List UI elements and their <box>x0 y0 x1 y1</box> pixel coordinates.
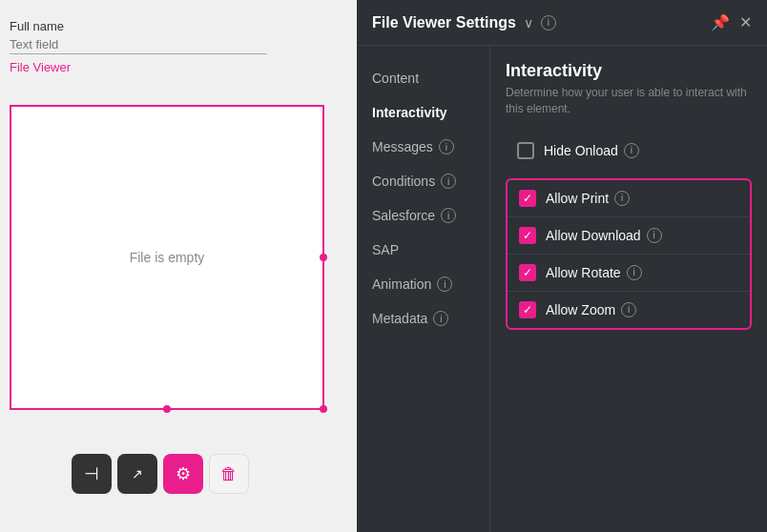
external-link-button[interactable]: ↗ <box>117 454 157 494</box>
resize-handle-bottom[interactable] <box>163 405 171 413</box>
allow-rotate-checkbox[interactable]: ✓ <box>519 264 536 281</box>
element-toolbar: ⊣ ↗ ⚙ 🗑 <box>72 454 249 494</box>
hide-onload-row: Hide Onload i <box>506 133 752 169</box>
section-title: Interactivity <box>506 61 752 81</box>
allow-rotate-label: Allow Rotate <box>546 265 621 280</box>
canvas-area: Full name File Viewer File is empty ⊣ ↗ … <box>0 0 353 532</box>
file-viewer-label[interactable]: File Viewer <box>10 60 334 74</box>
resize-handle-corner[interactable] <box>320 405 327 413</box>
allow-zoom-row: ✓ Allow Zoom i <box>508 291 750 328</box>
panel-content: Interactivity Determine how your user is… <box>490 46 767 532</box>
allow-download-row: ✓ Allow Download i <box>508 216 750 254</box>
file-empty-text: File is empty <box>130 250 205 265</box>
nav-item-salesforce[interactable]: Salesforce i <box>357 198 489 233</box>
delete-button[interactable]: 🗑 <box>209 454 249 494</box>
close-icon[interactable]: ✕ <box>739 13 752 31</box>
section-desc: Determine how your user is able to inter… <box>506 85 752 117</box>
allow-download-label: Allow Download <box>546 228 641 243</box>
panel-header: File Viewer Settings ∨ i 📌 ✕ <box>357 0 767 46</box>
text-field-input[interactable] <box>10 35 267 54</box>
gear-icon: ⚙ <box>176 463 191 484</box>
panel-info-icon[interactable]: i <box>541 15 556 31</box>
nav-item-sap[interactable]: SAP <box>357 233 489 267</box>
allow-zoom-checkbox[interactable]: ✓ <box>519 301 536 318</box>
panel-header-actions: 📌 ✕ <box>711 13 752 31</box>
messages-info-icon[interactable]: i <box>439 139 454 154</box>
allow-print-label: Allow Print <box>546 191 609 206</box>
trash-icon: 🗑 <box>220 464 238 484</box>
collapse-button[interactable]: ⊣ <box>72 454 112 494</box>
allow-zoom-label: Allow Zoom <box>546 302 615 317</box>
pin-icon[interactable]: 📌 <box>711 13 730 31</box>
nav-item-animation[interactable]: Animation i <box>357 267 489 301</box>
metadata-info-icon[interactable]: i <box>433 311 448 326</box>
nav-item-interactivity[interactable]: Interactivity <box>357 95 489 130</box>
field-label: Full name <box>10 19 334 33</box>
panel-nav: Content Interactivity Messages i Conditi… <box>357 46 490 532</box>
allow-zoom-info-icon[interactable]: i <box>621 302 636 317</box>
settings-panel: File Viewer Settings ∨ i 📌 ✕ Content Int… <box>357 0 767 532</box>
hide-onload-checkbox[interactable] <box>517 142 534 159</box>
salesforce-info-icon[interactable]: i <box>441 208 456 223</box>
animation-info-icon[interactable]: i <box>437 276 452 292</box>
allow-print-info-icon[interactable]: i <box>614 191 630 206</box>
nav-item-metadata[interactable]: Metadata i <box>357 301 489 336</box>
external-link-icon: ↗ <box>132 466 143 481</box>
collapse-icon: ⊣ <box>84 463 99 484</box>
nav-item-messages[interactable]: Messages i <box>357 130 489 164</box>
conditions-info-icon[interactable]: i <box>441 174 456 189</box>
allow-download-info-icon[interactable]: i <box>647 228 662 243</box>
nav-item-content[interactable]: Content <box>357 61 489 95</box>
resize-handle-right[interactable] <box>320 254 327 261</box>
panel-body: Content Interactivity Messages i Conditi… <box>357 46 767 532</box>
chevron-down-icon[interactable]: ∨ <box>524 15 533 31</box>
hide-onload-label: Hide Onload <box>544 143 618 158</box>
allow-rotate-row: ✓ Allow Rotate i <box>508 254 750 291</box>
allow-rotate-info-icon[interactable]: i <box>627 265 642 280</box>
settings-button[interactable]: ⚙ <box>163 454 203 494</box>
file-viewer-box: File is empty <box>10 105 324 410</box>
panel-title: File Viewer Settings <box>372 14 516 31</box>
nav-item-conditions[interactable]: Conditions i <box>357 164 489 198</box>
allow-options-group: ✓ Allow Print i ✓ Allow Download i <box>506 178 752 330</box>
hide-onload-info-icon[interactable]: i <box>624 143 639 158</box>
allow-download-checkbox[interactable]: ✓ <box>519 227 536 244</box>
allow-print-row: ✓ Allow Print i <box>508 180 750 216</box>
allow-print-checkbox[interactable]: ✓ <box>519 190 536 207</box>
